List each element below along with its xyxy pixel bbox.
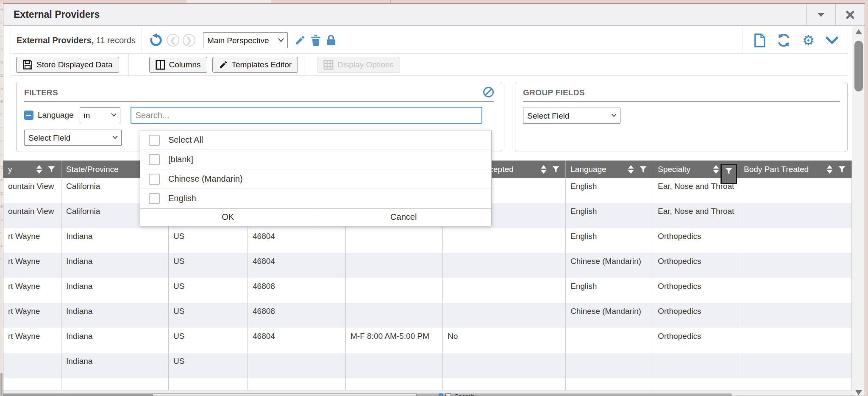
sort-button[interactable]	[826, 165, 833, 174]
table-cell[interactable]: US	[169, 253, 248, 278]
column-header[interactable]: y	[3, 161, 61, 178]
table-cell[interactable]: Orthopedics	[653, 303, 739, 328]
filter-icon[interactable]	[552, 166, 559, 173]
table-cell[interactable]: rt Wayne	[3, 253, 61, 278]
filter-icon[interactable]	[640, 166, 647, 173]
table-row[interactable]: rt WayneIndianaUS46804M-F 8:00 AM-5:00 P…	[3, 328, 852, 353]
filter-enabled-checkbox[interactable]	[24, 111, 33, 120]
table-cell[interactable]	[739, 228, 852, 253]
table-cell[interactable]	[443, 278, 566, 303]
filter-search-input[interactable]	[131, 107, 482, 124]
table-cell[interactable]: Chinese (Mandarin)	[566, 253, 653, 278]
table-cell[interactable]: rt Wayne	[3, 278, 61, 303]
table-cell[interactable]: US	[169, 328, 248, 353]
scroll-down-arrow[interactable]	[855, 390, 862, 395]
collapse-panel-button[interactable]	[826, 36, 838, 44]
table-cell[interactable]: Indiana	[61, 228, 169, 253]
table-cell[interactable]: 46804	[248, 228, 346, 253]
table-row[interactable]: rt WayneIndianaUS46804Chinese (Mandarin)…	[3, 253, 852, 278]
table-cell[interactable]: US	[169, 278, 248, 303]
new-document-button[interactable]	[754, 33, 765, 47]
table-cell[interactable]: Indiana	[61, 278, 169, 303]
add-filter-field-select[interactable]: Select Field	[24, 130, 122, 146]
table-cell[interactable]	[346, 228, 443, 253]
table-cell[interactable]: ountain View	[3, 178, 61, 203]
table-cell[interactable]: No	[443, 328, 566, 353]
table-cell[interactable]	[739, 278, 852, 303]
dropdown-option[interactable]: Select All	[140, 130, 491, 150]
table-cell[interactable]	[653, 353, 739, 378]
table-cell[interactable]	[739, 203, 852, 228]
table-cell[interactable]: 46808	[248, 303, 346, 328]
table-cell[interactable]: rt Wayne	[3, 303, 61, 328]
sort-icon[interactable]	[628, 165, 634, 174]
table-cell[interactable]: ountain View	[3, 203, 61, 228]
table-cell[interactable]: Indiana	[61, 253, 169, 278]
table-cell[interactable]	[443, 303, 566, 328]
table-cell[interactable]	[346, 253, 443, 278]
table-cell[interactable]: US	[169, 353, 248, 378]
filter-icon[interactable]	[48, 166, 55, 173]
lock-perspective-button[interactable]	[326, 34, 336, 46]
table-cell[interactable]: US	[169, 228, 248, 253]
dropdown-cancel-button[interactable]: Cancel	[316, 209, 492, 225]
table-cell[interactable]: English	[566, 228, 653, 253]
table-cell[interactable]: Chinese (Mandarin)	[566, 303, 653, 328]
table-cell[interactable]: Indiana	[61, 303, 169, 328]
table-cell[interactable]	[566, 328, 653, 353]
window-menu-button[interactable]	[806, 4, 835, 25]
table-cell[interactable]: Indiana	[61, 328, 169, 353]
table-cell[interactable]	[443, 353, 566, 378]
dropdown-option[interactable]: English	[140, 189, 491, 208]
table-cell[interactable]	[248, 353, 346, 378]
table-row[interactable]: rt WayneIndianaUS46808EnglishOrthopedics	[3, 278, 852, 303]
table-cell[interactable]: Orthopedics	[653, 278, 739, 303]
table-row[interactable]: rt WayneIndianaUS46804EnglishOrthopedics	[3, 228, 852, 253]
sort-icon[interactable]	[826, 165, 833, 174]
vertical-scrollbar[interactable]	[852, 26, 865, 396]
table-cell[interactable]	[739, 253, 852, 278]
filter-icon[interactable]	[725, 168, 732, 174]
dropdown-option[interactable]: [blank]	[140, 150, 491, 169]
filter-operator-select[interactable]: in	[80, 107, 120, 123]
table-cell[interactable]	[739, 328, 852, 353]
table-cell[interactable]	[739, 303, 852, 328]
filter-icon[interactable]	[838, 166, 846, 173]
table-cell[interactable]: Ear, Nose and Throat	[653, 203, 739, 228]
table-cell[interactable]	[346, 278, 443, 303]
sort-button[interactable]	[628, 165, 634, 174]
table-cell[interactable]: English	[566, 178, 653, 203]
filter-button[interactable]	[550, 164, 562, 174]
perspective-select[interactable]: Main Perspective	[203, 32, 288, 48]
table-cell[interactable]	[443, 228, 566, 253]
refresh-button[interactable]	[776, 33, 791, 47]
scrollbar-thumb[interactable]	[854, 41, 863, 91]
table-cell[interactable]	[566, 353, 653, 378]
sort-button[interactable]	[36, 165, 42, 174]
table-cell[interactable]: Orthopedics	[653, 253, 739, 278]
filter-button-focused[interactable]	[721, 164, 737, 184]
table-row[interactable]: IndianaUS	[3, 353, 852, 378]
undo-button[interactable]	[149, 33, 163, 47]
settings-button[interactable]: ⚙	[802, 33, 815, 47]
filter-button[interactable]	[637, 164, 649, 174]
sort-icon[interactable]	[540, 165, 547, 174]
table-cell[interactable]: Indiana	[61, 353, 169, 378]
sort-button[interactable]	[713, 165, 719, 174]
table-cell[interactable]: US	[169, 303, 248, 328]
table-cell[interactable]	[443, 253, 566, 278]
sort-icon[interactable]	[36, 165, 42, 174]
table-cell[interactable]: Orthopedics	[653, 228, 739, 253]
option-checkbox[interactable]	[149, 154, 160, 165]
table-cell[interactable]: rt Wayne	[3, 228, 61, 253]
columns-button[interactable]: Columns	[149, 57, 207, 73]
templates-editor-button[interactable]: Templates Editor	[212, 57, 298, 73]
table-cell[interactable]: English	[566, 203, 653, 228]
option-checkbox[interactable]	[149, 135, 160, 146]
sort-button[interactable]	[540, 165, 547, 174]
history-forward-button[interactable]: ❯	[183, 34, 195, 47]
store-displayed-data-button[interactable]: Store Displayed Data	[16, 57, 119, 73]
table-cell[interactable]	[739, 178, 852, 203]
dropdown-option[interactable]: Chinese (Mandarin)	[140, 169, 491, 189]
table-cell[interactable]: English	[566, 278, 653, 303]
